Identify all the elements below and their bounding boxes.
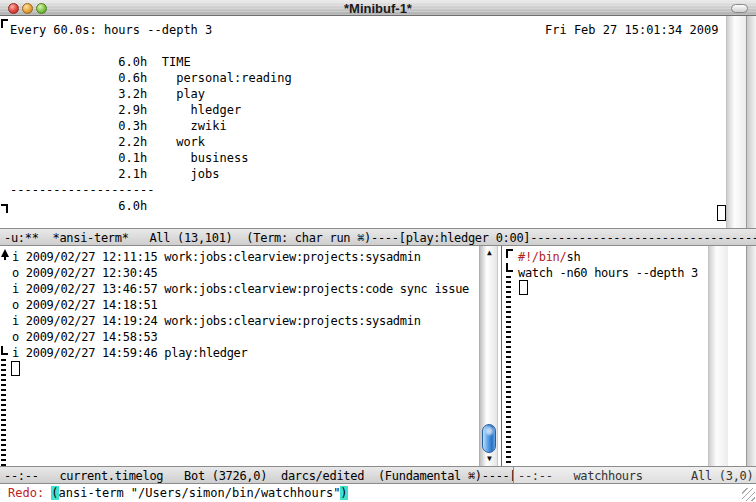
buffer-bottom-corner-icon bbox=[506, 263, 513, 272]
toolbar-pill-button[interactable] bbox=[731, 4, 748, 13]
timelog-window[interactable]: i 2009/02/27 12:11:15 work:jobs:clearvie… bbox=[0, 246, 479, 466]
window-title: *Minibuf-1* bbox=[0, 1, 756, 17]
frame-right-edge bbox=[746, 246, 756, 466]
emacs-frame: *Minibuf-1* Every 60.0s: hours --depth 3… bbox=[0, 0, 756, 502]
buffer-continues-above-stem-icon bbox=[4, 256, 6, 260]
script-cursor bbox=[519, 280, 528, 295]
scroll-down-arrow-icon[interactable]: ▼ bbox=[480, 453, 499, 465]
ansi-term-window[interactable]: Every 60.0s: hours --depth 3 Fri Feb 27 … bbox=[0, 16, 756, 228]
buffer-top-corner-icon bbox=[1, 19, 8, 28]
modeline-ansi-term: -u:** *ansi-term* All (13,101) (Term: ch… bbox=[0, 228, 756, 246]
close-paren-highlight: ) bbox=[340, 486, 347, 500]
shebang-interpreter: sh bbox=[566, 250, 580, 264]
minibuffer-command: ansi-term "/Users/simon/bin/watchhours" bbox=[59, 486, 341, 500]
watch-header-line: Every 60.0s: hours --depth 3 Fri Feb 27 … bbox=[10, 22, 730, 38]
open-paren-highlight: ( bbox=[51, 486, 58, 500]
empty-lines-fringe-icon bbox=[1, 359, 6, 466]
script-scrollbar-track[interactable] bbox=[708, 246, 728, 466]
watch-timestamp: Fri Feb 27 15:01:34 2009 bbox=[545, 22, 718, 38]
scroll-up-arrow-icon[interactable]: ▲ bbox=[480, 247, 499, 259]
minibuffer[interactable]: Redo: (ansi-term "/Users/simon/bin/watch… bbox=[0, 484, 756, 502]
watchhours-script-window[interactable]: #!/bin/sh watch -n60 hours --depth 3 bbox=[501, 246, 728, 466]
timelog-cursor bbox=[11, 361, 20, 376]
script-text: #!/bin/sh watch -n60 hours --depth 3 bbox=[518, 249, 698, 281]
timelog-scrollbar[interactable]: ▲ ▼ bbox=[479, 246, 498, 466]
title-bar[interactable]: *Minibuf-1* bbox=[0, 0, 756, 16]
resize-grip-icon[interactable] bbox=[742, 488, 755, 501]
modeline-timelog: --:-- current.timelog Bot (3726,0) darcs… bbox=[0, 466, 513, 484]
timelog-text: i 2009/02/27 12:11:15 work:jobs:clearvie… bbox=[12, 249, 469, 361]
terminal-cursor bbox=[717, 205, 726, 221]
watch-command: Every 60.0s: hours --depth 3 bbox=[10, 23, 212, 37]
modeline-watchhours: --:-- watchhours All (3,0) bbox=[513, 466, 756, 484]
script-line2: watch -n60 hours --depth 3 bbox=[518, 266, 698, 280]
buffer-top-corner-icon bbox=[506, 249, 513, 258]
shebang-prefix: #!/bin/ bbox=[518, 250, 566, 264]
bottom-split: i 2009/02/27 12:11:15 work:jobs:clearvie… bbox=[0, 246, 756, 466]
frame-right-edge bbox=[746, 16, 756, 228]
minibuffer-prompt: Redo: bbox=[8, 486, 51, 500]
hours-report: 6.0h TIME 0.6h personal:reading 3.2h pla… bbox=[10, 54, 292, 214]
terminal-scrollbar-track[interactable] bbox=[726, 16, 746, 228]
buffer-bottom-corner-icon bbox=[1, 204, 8, 213]
scrollbar-thumb[interactable] bbox=[482, 424, 496, 453]
buffer-bottom-corner-icon bbox=[1, 346, 8, 355]
empty-lines-fringe-icon bbox=[506, 276, 511, 466]
